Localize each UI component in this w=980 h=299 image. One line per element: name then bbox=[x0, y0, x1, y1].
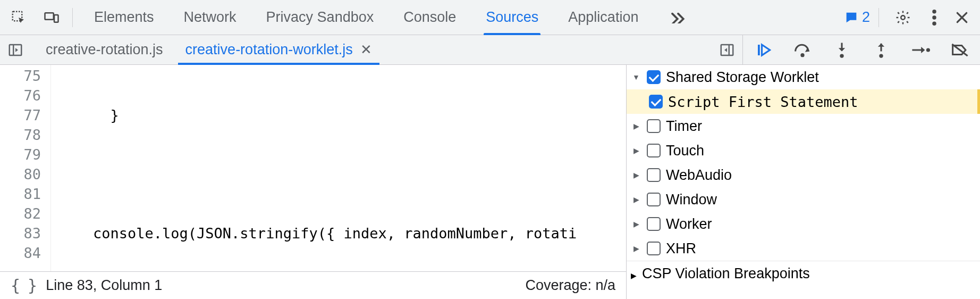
cursor-position: Line 83, Column 1 bbox=[46, 277, 162, 294]
line-number: 75 bbox=[0, 66, 41, 86]
editor-pane: 75 76 77 78 79 80 81 82 83 84 } console.… bbox=[0, 65, 627, 299]
file-tab-active[interactable]: creative-rotation-worklet.js ✕ bbox=[178, 35, 379, 64]
line-number: 78 bbox=[0, 125, 41, 145]
line-number: 76 bbox=[0, 86, 41, 105]
svg-point-6 bbox=[932, 21, 936, 26]
inspect-element-icon[interactable] bbox=[3, 2, 34, 33]
bp-section-label: CSP Violation Breakpoints bbox=[642, 265, 810, 282]
checkbox-checked[interactable] bbox=[647, 70, 661, 84]
checkbox-unchecked[interactable] bbox=[647, 119, 661, 133]
line-gutter: 75 76 77 78 79 80 81 82 83 84 bbox=[0, 65, 51, 271]
bp-category-xhr[interactable]: XHR bbox=[627, 236, 980, 261]
settings-icon[interactable] bbox=[888, 2, 918, 33]
step-out-icon[interactable] bbox=[871, 39, 892, 61]
tab-network[interactable]: Network bbox=[182, 0, 239, 35]
tab-label: Sources bbox=[486, 9, 538, 26]
bp-section-csp[interactable]: CSP Violation Breakpoints bbox=[627, 261, 980, 286]
checkbox-unchecked[interactable] bbox=[647, 217, 661, 231]
bp-category-touch[interactable]: Touch bbox=[627, 138, 980, 163]
editor-status-bar: { } Line 83, Column 1 Coverage: n/a bbox=[0, 271, 626, 299]
breakpoints-panel: Shared Storage Worklet Script First Stat… bbox=[627, 65, 980, 299]
bp-category-label: Timer bbox=[666, 118, 702, 135]
svg-point-4 bbox=[932, 10, 936, 14]
bp-category-timer[interactable]: Timer bbox=[627, 114, 980, 138]
tab-label: Elements bbox=[94, 9, 154, 26]
bp-category-label: Window bbox=[666, 192, 717, 208]
bp-category-label: Worker bbox=[666, 216, 712, 232]
chevron-right-icon bbox=[631, 265, 637, 282]
line-number: 80 bbox=[0, 164, 41, 184]
checkbox-unchecked[interactable] bbox=[647, 144, 661, 157]
tab-label: Network bbox=[184, 9, 236, 26]
toolbar-separator bbox=[878, 8, 879, 27]
tab-elements[interactable]: Elements bbox=[92, 0, 156, 35]
file-tab-label: creative-rotation.js bbox=[46, 41, 163, 58]
tab-privacy-sandbox[interactable]: Privacy Sandbox bbox=[264, 0, 376, 35]
code-text: console.log(JSON.stringify({ index, rand… bbox=[58, 225, 577, 242]
line-number: 77 bbox=[0, 105, 41, 125]
show-debugger-icon[interactable] bbox=[715, 38, 739, 62]
bp-item-script-first-statement[interactable]: Script First Statement bbox=[627, 89, 980, 114]
svg-point-13 bbox=[926, 48, 930, 52]
more-tabs-icon[interactable] bbox=[666, 2, 690, 33]
bp-category-window[interactable]: Window bbox=[627, 187, 980, 212]
tab-sources[interactable]: Sources bbox=[484, 0, 540, 35]
svg-point-11 bbox=[840, 54, 843, 57]
step-over-icon[interactable] bbox=[792, 39, 813, 61]
main-tabs: Elements Network Privacy Sandbox Console… bbox=[78, 0, 842, 35]
sources-toolbar: creative-rotation.js creative-rotation-w… bbox=[0, 35, 980, 65]
close-tab-icon[interactable]: ✕ bbox=[360, 41, 372, 58]
pretty-print-icon[interactable]: { } bbox=[11, 276, 36, 295]
bp-category-worker[interactable]: Worker bbox=[627, 212, 980, 236]
code-body[interactable]: } console.log(JSON.stringify({ index, ra… bbox=[51, 65, 626, 271]
file-tab-label: creative-rotation-worklet.js bbox=[185, 41, 353, 58]
messages-badge[interactable]: 2 bbox=[844, 9, 870, 26]
bp-category-label: Touch bbox=[666, 143, 704, 159]
step-icon[interactable] bbox=[910, 39, 931, 61]
file-tab-strip: creative-rotation.js creative-rotation-w… bbox=[0, 35, 743, 64]
toolbar-right: 2 bbox=[844, 2, 977, 33]
chevron-right-icon bbox=[631, 244, 641, 253]
chevron-right-icon bbox=[631, 171, 641, 179]
code-editor[interactable]: 75 76 77 78 79 80 81 82 83 84 } console.… bbox=[0, 65, 626, 271]
tab-label: Privacy Sandbox bbox=[266, 9, 374, 26]
tab-console[interactable]: Console bbox=[401, 0, 458, 35]
debugger-controls bbox=[743, 35, 980, 64]
code-text: } bbox=[58, 107, 119, 123]
toolbar-separator bbox=[72, 8, 73, 27]
line-number: 83 bbox=[0, 223, 41, 243]
svg-rect-9 bbox=[758, 45, 760, 55]
line-number: 84 bbox=[0, 243, 41, 263]
file-tab-inactive[interactable]: creative-rotation.js bbox=[38, 35, 171, 64]
svg-point-10 bbox=[800, 53, 804, 57]
line-number: 82 bbox=[0, 204, 41, 223]
bp-category-webaudio[interactable]: WebAudio bbox=[627, 163, 980, 187]
svg-rect-2 bbox=[54, 15, 58, 22]
line-number: 81 bbox=[0, 184, 41, 204]
svg-point-3 bbox=[901, 15, 905, 20]
tab-label: Application bbox=[568, 9, 638, 26]
checkbox-checked[interactable] bbox=[649, 95, 663, 109]
checkbox-unchecked[interactable] bbox=[647, 193, 661, 206]
messages-count: 2 bbox=[862, 9, 870, 26]
bp-category-label: WebAudio bbox=[666, 167, 732, 184]
chevron-right-icon bbox=[631, 220, 641, 228]
checkbox-unchecked[interactable] bbox=[647, 242, 661, 255]
deactivate-breakpoints-icon[interactable] bbox=[949, 39, 970, 61]
bp-category-shared-storage-worklet[interactable]: Shared Storage Worklet bbox=[627, 65, 980, 89]
chevron-right-icon bbox=[631, 195, 641, 204]
line-number: 79 bbox=[0, 145, 41, 164]
step-into-icon[interactable] bbox=[831, 39, 852, 61]
tab-application[interactable]: Application bbox=[566, 0, 640, 35]
close-devtools-icon[interactable] bbox=[950, 2, 974, 33]
bp-category-label: Shared Storage Worklet bbox=[666, 69, 819, 86]
kebab-menu-icon[interactable] bbox=[924, 2, 945, 33]
device-toggle-icon[interactable] bbox=[36, 2, 67, 33]
chevron-down-icon bbox=[631, 73, 641, 81]
navigator-toggle-icon[interactable] bbox=[3, 38, 28, 62]
resume-icon[interactable] bbox=[753, 39, 774, 61]
devtools-main-toolbar: Elements Network Privacy Sandbox Console… bbox=[0, 0, 980, 35]
checkbox-unchecked[interactable] bbox=[647, 168, 661, 182]
coverage-status: Coverage: n/a bbox=[525, 277, 615, 294]
bp-item-label: Script First Statement bbox=[668, 94, 858, 110]
